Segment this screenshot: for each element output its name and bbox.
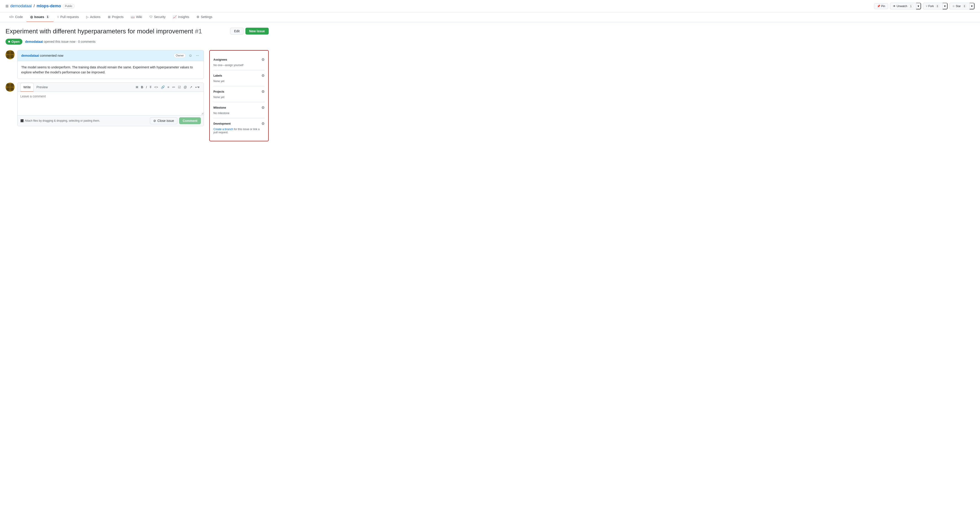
mention-btn[interactable]: @ [182, 83, 188, 91]
star-dropdown[interactable]: ▾ [969, 3, 975, 10]
undo-btn[interactable]: ↩▾ [194, 83, 201, 91]
comment-box: demodataai commented now Owner ☺ ··· The… [5, 50, 204, 79]
issue-main: demodataai commented now Owner ☺ ··· The… [5, 50, 204, 141]
labels-gear-icon[interactable]: ⚙ [261, 73, 265, 78]
owner-badge: Owner [173, 53, 186, 58]
comment-textarea[interactable] [18, 92, 204, 115]
pin-button[interactable]: 📌 Pin [874, 3, 888, 9]
status-badge: Open [5, 39, 22, 45]
projects-icon: ⊞ [108, 15, 111, 19]
assignees-value: No one—assign yourself [213, 64, 265, 67]
milestone-value: No milestone [213, 112, 265, 115]
status-dot [8, 41, 10, 43]
code-btn[interactable]: <> [153, 83, 159, 91]
tab-wiki[interactable]: 📖 Wiki [127, 12, 146, 22]
repo-icon: ⊞ [5, 4, 8, 8]
tab-settings[interactable]: ⚙ Settings [193, 12, 216, 22]
issue-sidebar: Assignees ⚙ No one—assign yourself Label… [209, 50, 269, 141]
reply-box: Write Preview H B I T <> 🔗 ≡ ≔ ☑ @ ↗ [5, 83, 204, 126]
repo-separator: / [33, 4, 35, 8]
repo-owner-link[interactable]: demodataai [10, 4, 32, 8]
comment-action: commented [40, 54, 57, 57]
sidebar-highlighted: Assignees ⚙ No one—assign yourself Label… [209, 50, 269, 141]
strikethrough-btn[interactable]: T [148, 83, 153, 91]
top-bar: ⊞ demodataai / mlops-demo Public 📌 Pin 👁… [0, 0, 980, 12]
new-issue-button[interactable]: New issue [245, 28, 269, 35]
reply-avatar [5, 83, 14, 92]
unordered-list-btn[interactable]: ≡ [166, 83, 171, 91]
milestone-header: Milestone ⚙ [213, 105, 265, 110]
sidebar-milestone: Milestone ⚙ No milestone [213, 102, 265, 118]
tab-security[interactable]: 🛡 Security [146, 12, 169, 22]
issue-author-link[interactable]: demodataai [25, 40, 43, 43]
italic-btn[interactable]: I [145, 83, 148, 91]
labels-value: None yet [213, 80, 265, 83]
attach-files-text: ⬛ Attach files by dragging & dropping, s… [20, 119, 100, 122]
reply-footer-right: ⊘ Close issue Comment [150, 117, 201, 124]
milestone-gear-icon[interactable]: ⚙ [261, 105, 265, 110]
issues-icon: ◎ [30, 15, 33, 19]
create-branch-link[interactable]: Create a branch [213, 128, 233, 131]
settings-icon: ⚙ [197, 15, 199, 19]
link-btn[interactable]: 🔗 [159, 83, 166, 91]
development-gear-icon[interactable]: ⚙ [261, 121, 265, 126]
star-group: ☆ Star 0 ▾ [950, 3, 975, 10]
preview-tab[interactable]: Preview [33, 83, 51, 91]
unwatch-dropdown[interactable]: ▾ [916, 3, 921, 10]
sidebar-assignees: Assignees ⚙ No one—assign yourself [213, 54, 265, 70]
comment-content: demodataai commented now Owner ☺ ··· The… [18, 50, 204, 79]
assignees-gear-icon[interactable]: ⚙ [261, 57, 265, 62]
more-options-button[interactable]: ··· [195, 53, 200, 59]
fork-button[interactable]: ⑂ Fork 0 [923, 3, 943, 10]
comment-author: demodataai commented now [21, 54, 63, 57]
close-issue-button[interactable]: ⊘ Close issue [150, 117, 177, 124]
issue-meta-text: demodataai opened this issue now · 0 com… [25, 40, 95, 43]
wiki-icon: 📖 [131, 15, 135, 19]
tab-projects[interactable]: ⊞ Projects [104, 12, 127, 22]
fork-dropdown[interactable]: ▾ [943, 3, 948, 10]
unwatch-button[interactable]: 👁 Unwatch 1 [890, 3, 916, 10]
tab-insights[interactable]: 📈 Insights [169, 12, 192, 22]
tab-actions[interactable]: ▷ Actions [83, 12, 104, 22]
comment-header: demodataai commented now Owner ☺ ··· [18, 50, 204, 61]
heading-btn[interactable]: H [135, 83, 140, 91]
edit-button[interactable]: Edit [230, 28, 243, 35]
emoji-button[interactable]: ☺ [188, 53, 193, 59]
development-value: Create a branch for this issue or link a… [213, 128, 265, 134]
reply-footer: ⬛ Attach files by dragging & dropping, s… [18, 115, 204, 126]
tab-issues[interactable]: ◎ Issues 1 [27, 12, 54, 22]
issue-meta: Open demodataai opened this issue now · … [5, 39, 269, 45]
visibility-badge: Public [63, 4, 75, 8]
repo-name-link[interactable]: mlops-demo [37, 4, 61, 8]
star-button[interactable]: ☆ Star 0 [950, 3, 969, 10]
nav-tabs: </> Code ◎ Issues 1 ⑂ Pull requests ▷ Ac… [0, 12, 980, 22]
ordered-list-btn[interactable]: ≔ [171, 83, 177, 91]
sidebar-development: Development ⚙ Create a branch for this i… [213, 118, 265, 137]
repo-title: ⊞ demodataai / mlops-demo Public [5, 4, 75, 8]
assignees-header: Assignees ⚙ [213, 57, 265, 62]
fork-icon: ⑂ [926, 5, 928, 8]
tab-pull-requests[interactable]: ⑂ Pull requests [54, 12, 83, 22]
comment-button[interactable]: Comment [179, 117, 201, 124]
top-actions: 📌 Pin 👁 Unwatch 1 ▾ ⑂ Fork 0 ▾ ☆ Star 0 [874, 3, 975, 10]
star-icon: ☆ [952, 5, 955, 8]
comment-body: The model seems to underperform. The tra… [18, 61, 204, 79]
projects-header: Projects ⚙ [213, 89, 265, 94]
security-icon: 🛡 [150, 15, 153, 19]
tab-code[interactable]: </> Code [5, 12, 27, 22]
issue-header: Experiment with different hyperparameter… [5, 28, 269, 35]
task-list-btn[interactable]: ☑ [177, 83, 182, 91]
projects-gear-icon[interactable]: ⚙ [261, 89, 265, 94]
reference-btn[interactable]: ↗ [188, 83, 194, 91]
reply-content: Write Preview H B I T <> 🔗 ≡ ≔ ☑ @ ↗ [18, 83, 204, 126]
unwatch-group: 👁 Unwatch 1 ▾ [890, 3, 921, 10]
bold-btn[interactable]: B [140, 83, 145, 91]
labels-header: Labels ⚙ [213, 73, 265, 78]
write-tab[interactable]: Write [20, 83, 33, 92]
sidebar-labels: Labels ⚙ None yet [213, 70, 265, 86]
reply-tabs: Write Preview H B I T <> 🔗 ≡ ≔ ☑ @ ↗ [18, 83, 204, 92]
sidebar-projects: Projects ⚙ None yet [213, 86, 265, 102]
code-icon: </> [9, 15, 14, 19]
main-content: Experiment with different hyperparameter… [0, 22, 274, 147]
close-issue-icon: ⊘ [153, 119, 156, 123]
